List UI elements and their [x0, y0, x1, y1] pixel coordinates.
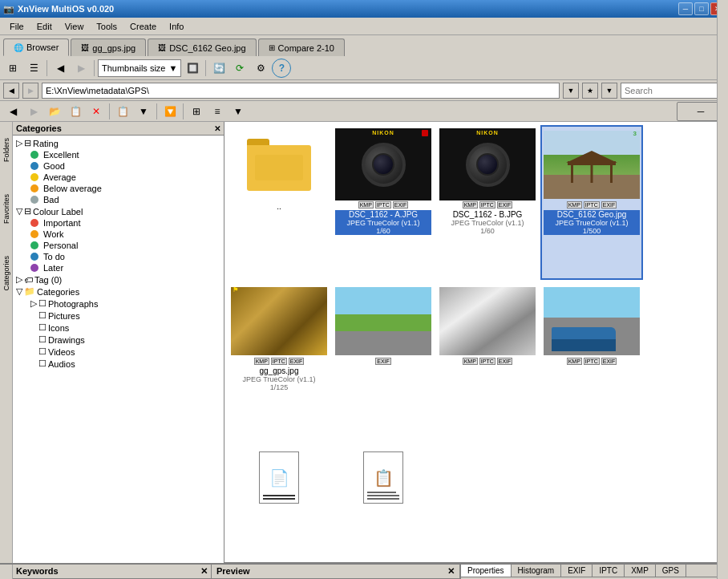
file-browser: .. NIKON KMP IPTC EXIF DSC_1162 - A.JPG — [224, 122, 717, 563]
categories-close-button[interactable]: ✕ — [214, 124, 220, 133]
tree-work[interactable]: Work — [14, 229, 222, 240]
search-input[interactable] — [621, 83, 725, 99]
view-options-button[interactable]: ▼ — [229, 102, 248, 121]
props-tab-histogram[interactable]: Histogram — [512, 565, 562, 577]
tree-below-average[interactable]: Below average — [14, 183, 222, 194]
thumb-folder[interactable]: .. — [228, 125, 330, 280]
pictures-checkbox-icon: ☐ — [38, 310, 47, 321]
copy-arrow-button[interactable]: ▼ — [134, 102, 153, 121]
tree-colour-label[interactable]: ▽ ⊟ Colour Label — [14, 205, 222, 217]
menu-tools[interactable]: Tools — [90, 20, 123, 33]
dropdown-arrow-icon: ▼ — [168, 63, 177, 73]
nav-back-button[interactable]: ◀ — [3, 83, 19, 99]
thumb-house[interactable]: EXIF — [332, 281, 435, 436]
view-list-button[interactable]: ≡ — [208, 102, 227, 121]
tab-gg-gps[interactable]: 🖼 gg_gps.jpg — [71, 38, 146, 56]
tab-browser[interactable]: 🌐 Browser — [3, 38, 69, 56]
props-tab-exif[interactable]: EXIF — [561, 565, 593, 577]
delete-button[interactable]: ✕ — [87, 102, 106, 121]
tree-videos[interactable]: ☐ Videos — [14, 346, 222, 358]
vtab-favorites[interactable]: Favorites — [0, 178, 13, 240]
list-view-button[interactable]: ☰ — [24, 59, 43, 78]
thumb-bw[interactable]: KMP IPTC EXIF — [436, 281, 539, 436]
props-tab-xmp[interactable]: XMP — [625, 565, 656, 577]
preview-container: Preview ✕ 🚲 — [212, 565, 460, 579]
thumb-truck[interactable]: KMP IPTC EXIF — [540, 281, 643, 436]
maximize-button[interactable]: □ — [694, 2, 709, 15]
menu-create[interactable]: Create — [123, 20, 163, 33]
vtab-folders[interactable]: Folders — [0, 122, 13, 178]
minimize-button[interactable]: ─ — [678, 2, 693, 15]
thumb-dsc1162a-label: DSC_1162 - A.JPG — [335, 210, 431, 219]
menu-edit[interactable]: Edit — [30, 20, 59, 33]
tree-pictures[interactable]: ☐ Pictures — [14, 310, 222, 322]
bookmark-button[interactable]: ★ — [582, 83, 598, 99]
icons-checkbox-icon: ☐ — [38, 322, 47, 333]
tree-good[interactable]: Good — [14, 160, 222, 172]
bookmark-manage-button[interactable]: ▼ — [601, 83, 617, 99]
thumb-gg-gps-ratio: 1/125 — [270, 383, 289, 391]
toolbar-sep-1 — [47, 60, 47, 76]
menu-view[interactable]: View — [59, 20, 91, 33]
address-dropdown-button[interactable]: ▼ — [563, 83, 579, 99]
tree-photographs[interactable]: ▷ ☐ Photographs — [14, 298, 222, 310]
tree-rating[interactable]: ▷ ⊟ Rating — [14, 137, 222, 149]
thumb-gg-gps[interactable]: ⚑ KMP IPTC EXIF gg_gps.jpg JPEG TrueColo… — [228, 281, 330, 436]
thumbnail-size-icon[interactable]: 🔲 — [183, 59, 202, 78]
tree-audios[interactable]: ☐ Audios — [14, 358, 222, 370]
filter-forward-button[interactable]: ▶ — [24, 102, 43, 121]
back-button[interactable]: ◀ — [51, 59, 70, 78]
props-tab-properties[interactable]: Properties — [461, 565, 512, 577]
tree-todo[interactable]: To do — [14, 251, 222, 262]
keywords-panel: Keywords ✕ Australia (1) Australian Capi… — [13, 565, 212, 579]
props-tab-iptc[interactable]: IPTC — [593, 565, 625, 577]
tree-important[interactable]: Important — [14, 217, 222, 229]
help-button[interactable]: ? — [272, 59, 291, 78]
sync-button[interactable]: ⟳ — [230, 59, 249, 78]
main-toolbar: ⊞ ☰ ◀ ▶ Thumbnails size ▼ 🔲 🔄 ⟳ ⚙ ? — [0, 56, 728, 80]
thumb-dsc1162a[interactable]: NIKON KMP IPTC EXIF DSC_1162 - A.JPG JPE… — [332, 125, 435, 280]
filter-back-button[interactable]: ◀ — [3, 102, 22, 121]
tree-personal[interactable]: Personal — [14, 240, 222, 251]
rating-icon: ⊟ — [24, 138, 31, 148]
tree-tag[interactable]: ▷ 🏷 Tag (0) — [14, 273, 222, 285]
menu-file[interactable]: File — [3, 20, 30, 33]
thumb-doc1[interactable]: 📄 — [228, 439, 330, 559]
tree-categories[interactable]: ▽ 📁 Categories — [14, 285, 222, 298]
thumb-bw-img — [439, 285, 536, 357]
grid-view-button[interactable]: ⊞ — [3, 59, 22, 78]
tree-average[interactable]: Average — [14, 172, 222, 183]
view-mode-button[interactable]: ⊞ — [187, 102, 206, 121]
funnel-button[interactable]: 🔽 — [160, 102, 180, 121]
tab-gg-icon: 🖼 — [81, 43, 89, 52]
vtab-categories[interactable]: Categories — [0, 240, 13, 307]
preview-close-button[interactable]: ✕ — [447, 566, 455, 577]
tree-bad[interactable]: Bad — [14, 194, 222, 205]
open-folder-button[interactable]: 📂 — [45, 102, 64, 121]
props-tab-gps[interactable]: GPS — [656, 565, 686, 577]
tab-browser-icon: 🌐 — [14, 43, 23, 52]
tab-dsc6162[interactable]: 🖼 DSC_6162 Geo.jpg — [148, 38, 256, 56]
thumb-dsc1162b[interactable]: NIKON KMP IPTC EXIF DSC_1162 - B.JPG JPE… — [436, 125, 539, 280]
refresh-button[interactable]: 🔄 — [209, 59, 229, 78]
address-input[interactable] — [42, 83, 560, 99]
colour-expand-icon: ▽ — [16, 206, 22, 217]
tree-icons[interactable]: ☐ Icons — [14, 322, 222, 334]
tree-drawings[interactable]: ☐ Drawings — [14, 334, 222, 346]
settings-button[interactable]: ⚙ — [251, 59, 270, 78]
tab-compare[interactable]: ⊞ Compare 2-10 — [258, 38, 345, 56]
filter-button[interactable]: 📋 — [66, 102, 85, 121]
main-area: Folders Favorites Categories Categories … — [0, 122, 728, 563]
menu-info[interactable]: Info — [163, 20, 190, 33]
copy-button[interactable]: 📋 — [113, 102, 132, 121]
expand-icon: ▷ — [16, 138, 22, 148]
tag-icon: 🏷 — [24, 275, 33, 285]
forward-button[interactable]: ▶ — [71, 59, 91, 78]
thumbnail-size-dropdown[interactable]: Thumbnails size ▼ — [98, 59, 181, 77]
thumb-doc2[interactable]: 📋 — [332, 439, 435, 559]
keywords-close-button[interactable]: ✕ — [200, 566, 208, 577]
tree-excellent[interactable]: Excellent — [14, 149, 222, 160]
thumb-dsc6162[interactable]: 3 KMP IPTC EXIF DSC_6162 Geo.jpg JPEG Tr… — [540, 125, 643, 280]
nav-forward-button[interactable]: ▶ — [22, 83, 38, 99]
tree-later[interactable]: Later — [14, 262, 222, 273]
